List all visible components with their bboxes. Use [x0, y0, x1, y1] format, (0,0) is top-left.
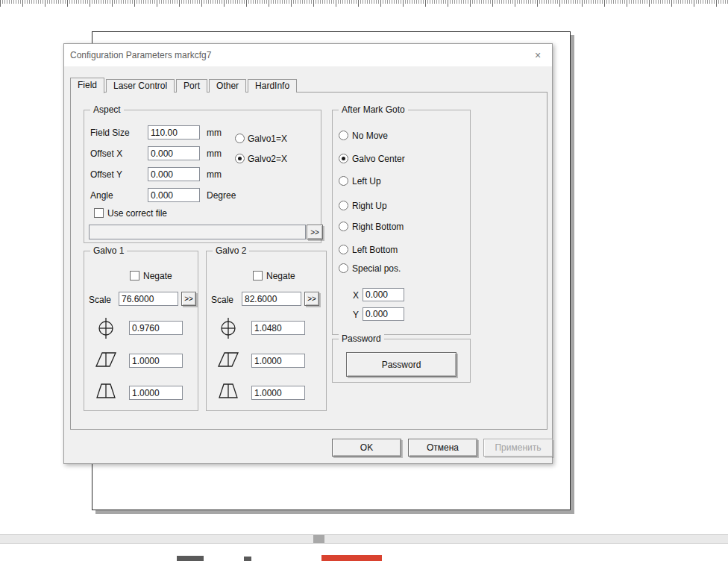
scrollbar-thumb[interactable]	[313, 535, 324, 543]
offset-y-unit: mm	[207, 169, 222, 180]
radio-right-bottom-label: Right Bottom	[352, 222, 404, 232]
offset-x-input[interactable]	[148, 146, 200, 160]
configuration-parameters-dialog: Configuration Parameters markcfg7 × Fiel…	[63, 43, 553, 464]
tab-other[interactable]: Other	[209, 79, 246, 93]
horizontal-scrollbar[interactable]	[0, 534, 728, 544]
galvo2-negate-label: Negate	[266, 271, 295, 281]
cancel-button[interactable]: Отмена	[408, 439, 477, 457]
dialog-titlebar: Configuration Parameters markcfg7 ×	[64, 44, 552, 66]
field-size-input[interactable]	[148, 125, 200, 140]
tab-laser-control[interactable]: Laser Control	[106, 79, 175, 93]
radio-galvo-center[interactable]	[339, 154, 348, 163]
radio-galvo-center-label: Galvo Center	[352, 154, 405, 164]
angle-unit: Degree	[207, 190, 236, 201]
radio-special-pos-label: Special pos.	[352, 263, 401, 274]
galvo1-group: Galvo 1 Negate Scale >>	[84, 251, 198, 411]
radio-right-up-label: Right Up	[352, 201, 387, 211]
galvo1-trapezoid-input[interactable]	[129, 386, 183, 400]
use-correct-file-checkbox[interactable]	[94, 208, 104, 218]
color-swatch-red-fragment[interactable]	[321, 555, 382, 561]
galvo1-scale-input[interactable]	[119, 292, 178, 306]
radio-right-bottom[interactable]	[339, 222, 348, 231]
galvo2-legend: Galvo 2	[213, 245, 249, 256]
galvo1-negate-checkbox[interactable]	[130, 271, 139, 280]
offset-y-input[interactable]	[148, 167, 200, 181]
parallelogram-distortion-icon	[95, 348, 117, 371]
correct-file-path-input[interactable]	[89, 225, 306, 239]
password-group: Password Password	[332, 339, 471, 383]
tab-field[interactable]: Field	[70, 78, 104, 93]
radio-galvo2-x[interactable]	[235, 154, 245, 163]
galvo2-group: Galvo 2 Negate Scale >>	[206, 251, 327, 411]
galvo1-scale-browse-button[interactable]: >>	[181, 292, 196, 306]
galvo1-legend: Galvo 1	[90, 245, 127, 256]
aspect-group: Aspect Field Size mm Offset X mm Offset …	[84, 110, 321, 243]
angle-label: Angle	[90, 190, 113, 201]
goto-x-label: X	[353, 290, 359, 301]
trapezoid-distortion-icon	[217, 380, 239, 402]
parallelogram-distortion-icon	[217, 348, 239, 371]
galvo2-scale-browse-button[interactable]: >>	[304, 292, 319, 306]
radio-left-bottom[interactable]	[339, 245, 348, 254]
apply-button: Применить	[483, 439, 553, 457]
toolbar-fragment-button[interactable]	[177, 556, 204, 561]
radio-galvo1-x-label: Galvo1=X	[248, 134, 287, 144]
radio-right-up[interactable]	[339, 201, 348, 210]
galvo2-parallelogram-input[interactable]	[251, 354, 305, 368]
goto-y-input[interactable]	[363, 307, 404, 321]
dialog-title: Configuration Parameters markcfg7	[70, 50, 211, 60]
galvo2-trapezoid-input[interactable]	[251, 386, 305, 400]
trapezoid-distortion-icon	[95, 380, 117, 402]
radio-left-bottom-label: Left Bottom	[352, 245, 398, 255]
galvo1-parallelogram-input[interactable]	[129, 354, 183, 368]
ok-button[interactable]: OK	[332, 439, 401, 457]
goto-y-label: Y	[353, 310, 359, 320]
tab-strip: Field Laser Control Port Other HardInfo	[70, 77, 298, 93]
circle-distortion-icon	[95, 317, 117, 339]
radio-left-up[interactable]	[339, 176, 348, 186]
offset-x-label: Offset X	[90, 148, 122, 159]
offset-y-label: Offset Y	[90, 169, 122, 180]
galvo2-circle-input[interactable]	[251, 321, 305, 335]
radio-galvo1-x[interactable]	[235, 134, 245, 143]
galvo1-circle-input[interactable]	[129, 321, 183, 335]
use-correct-file-label: Use correct file	[107, 208, 167, 219]
radio-galvo2-x-label: Galvo2=X	[248, 154, 287, 164]
tab-hardinfo[interactable]: HardInfo	[248, 79, 297, 93]
password-button[interactable]: Password	[346, 352, 456, 377]
galvo2-scale-label: Scale	[211, 295, 233, 305]
radio-no-move[interactable]	[339, 131, 348, 140]
close-icon[interactable]: ×	[530, 48, 546, 63]
toolbar-fragment-small[interactable]	[244, 557, 251, 561]
after-mark-goto-legend: After Mark Goto	[339, 104, 408, 115]
offset-x-unit: mm	[207, 148, 222, 159]
after-mark-goto-group: After Mark Goto No Move Galvo Center Lef…	[332, 110, 471, 335]
radio-no-move-label: No Move	[352, 131, 388, 141]
galvo2-scale-input[interactable]	[242, 292, 301, 306]
tab-port[interactable]: Port	[176, 79, 207, 93]
radio-special-pos[interactable]	[339, 263, 348, 273]
galvo1-scale-label: Scale	[89, 295, 111, 305]
correct-file-browse-button[interactable]: >>	[307, 225, 323, 239]
radio-left-up-label: Left Up	[352, 176, 381, 187]
password-legend: Password	[339, 333, 384, 344]
goto-x-input[interactable]	[363, 288, 404, 301]
top-ruler	[0, 0, 728, 7]
galvo1-negate-label: Negate	[143, 271, 172, 281]
galvo2-negate-checkbox[interactable]	[253, 271, 263, 280]
field-size-unit: mm	[207, 128, 222, 138]
field-size-label: Field Size	[90, 128, 130, 138]
angle-input[interactable]	[148, 188, 200, 202]
circle-distortion-icon	[217, 317, 239, 339]
aspect-legend: Aspect	[90, 104, 124, 115]
